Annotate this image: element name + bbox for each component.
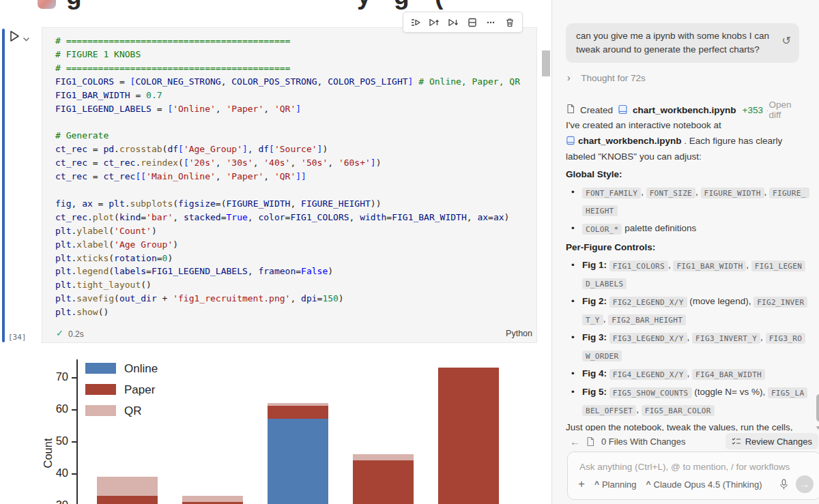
code-line: # ======================================… — [55, 34, 520, 48]
code-line: plt.legend(labels=FIG1_LEGEND_LABELS, fr… — [55, 265, 520, 278]
run-above-icon[interactable] — [427, 15, 442, 30]
y-tick-mark — [72, 377, 76, 379]
message-bullet: Fig 4: FIG4_LEGEND_X/Y, FIG4_BAR_WIDTH — [566, 365, 806, 383]
run-options-chevron-icon[interactable] — [23, 33, 31, 40]
run-below-icon[interactable] — [446, 15, 461, 30]
chat-input-placeholder: Ask anything (Ctrl+L), @ to mention, / f… — [579, 462, 790, 472]
mode-selector[interactable]: Planning — [602, 479, 637, 490]
more-actions-icon[interactable] — [483, 15, 498, 30]
message-text: , — [764, 187, 770, 197]
success-check-icon: ✓ — [56, 328, 63, 338]
heading-glyph-fragment: ( — [435, 0, 443, 10]
code-line: ct_rec = ct_rec[['Main_Online', 'Paper',… — [55, 170, 520, 183]
legend-label: QR — [124, 404, 142, 418]
add-context-button[interactable]: + — [578, 477, 585, 491]
heading-glyph-fragment: g — [394, 0, 410, 10]
y-axis-line — [76, 359, 78, 504]
y-tick-label: 30 — [45, 499, 68, 504]
y-tick-label: 50 — [45, 434, 68, 447]
y-tick-mark — [72, 441, 76, 443]
notebook-file-icon — [618, 104, 628, 115]
bar-segment-qr — [353, 454, 414, 460]
code-line: FIG1_LEGEND_LABELS = ['Online', 'Paper',… — [55, 102, 520, 116]
file-reference[interactable]: chart_workbench.ipynb — [566, 136, 682, 146]
message-bullet: Fig 2: FIG2_LEGEND_X/Y (move legend), FI… — [566, 293, 806, 328]
code-line: plt.xlabel('Age Group') — [55, 238, 520, 252]
code-line: ct_rec = ct_rec.reindex(['20s', '30s', '… — [55, 156, 520, 170]
run-by-line-icon[interactable] — [408, 15, 423, 30]
execution-count: [34] — [8, 333, 27, 342]
message-text: , — [636, 404, 642, 415]
run-cell-button[interactable] — [8, 29, 21, 43]
review-changes-button[interactable]: Review Changes — [725, 433, 818, 449]
files-changed-bar: ← 0 Files With Changes Review Changes — [560, 431, 819, 451]
chat-scrollbar[interactable] — [816, 394, 819, 421]
message-text: , — [760, 332, 766, 342]
chat-panel: can you give me a ipynb with some knobs … — [551, 0, 819, 504]
code-line: ct_rec = pd.crosstab(df['Age_Group'], df… — [55, 143, 520, 156]
bar-segment-paper — [438, 368, 499, 504]
legend-label: Online — [124, 362, 158, 376]
file-icon — [566, 104, 575, 116]
message-text: , — [687, 332, 693, 342]
created-file-name[interactable]: chart_workbench.ipynb — [633, 105, 736, 115]
files-changed-label: 0 Files With Changes — [601, 436, 686, 447]
message-section-heading: Per-Figure Controls: — [566, 239, 806, 255]
code-line: fig, ax = plt.subplots(figsize=(FIGURE_W… — [55, 197, 520, 211]
code-line — [55, 115, 520, 129]
code-chip: FIG2_BAR_HEIGHT — [608, 314, 686, 325]
markdown-heading-clipped: gyg( — [0, 0, 541, 10]
code-line: # Generate — [55, 129, 520, 143]
chevron-right-icon: › — [567, 72, 571, 83]
message-bullet: COLOR_* palette definitions — [566, 220, 806, 237]
message-text: , — [687, 368, 693, 379]
message-bullet: FONT_FAMILY, FONT_SIZE, FIGURE_WIDTH, FI… — [566, 183, 806, 219]
model-selector[interactable]: Claude Opus 4.5 (Thinking) — [654, 479, 762, 490]
bold-text: Fig 1: — [582, 260, 609, 270]
y-tick-label: 40 — [45, 466, 68, 479]
notebook-scrollbar[interactable] — [542, 50, 550, 76]
bar-segment-qr — [97, 477, 158, 496]
code-line — [55, 183, 520, 197]
mode-caret-icon: ^ — [594, 479, 599, 489]
code-line: plt.tight_layout() — [55, 278, 520, 292]
split-cell-icon[interactable] — [465, 15, 480, 30]
message-section-heading: Global Style: — [566, 166, 806, 182]
cell-focus-bar — [2, 29, 5, 342]
code-chip: FIG2_LEGEND_X/Y — [609, 297, 687, 308]
send-button[interactable]: → — [796, 475, 814, 493]
message-text: , — [746, 260, 751, 270]
message-bullet: Fig 1: FIG1_COLORS, FIG1_BAR_WIDTH, FIG1… — [566, 256, 806, 292]
code-chip: FONT_SIZE — [646, 188, 695, 198]
bold-text: Fig 3: — [582, 332, 609, 342]
message-text: (toggle N= vs %), — [692, 387, 768, 397]
y-tick-mark — [72, 473, 76, 475]
microphone-icon[interactable] — [779, 479, 789, 490]
cell-language-selector[interactable]: Python — [506, 329, 532, 338]
code-editor[interactable]: # ======================================… — [55, 34, 520, 319]
back-arrow-icon[interactable]: ← — [570, 436, 580, 447]
created-action-label: Created — [580, 105, 613, 115]
code-chip: FIG4_BAR_WIDTH — [692, 369, 765, 380]
code-chip: COLOR_* — [582, 224, 622, 235]
code-line: plt.show() — [55, 306, 520, 319]
y-tick-label: 70 — [45, 370, 68, 383]
bar-segment-qr — [182, 496, 243, 502]
chat-input[interactable]: Ask anything (Ctrl+L), @ to mention, / f… — [567, 451, 819, 500]
model-caret-icon: ^ — [646, 479, 651, 489]
restore-checkpoint-icon[interactable]: ↺ — [782, 34, 791, 48]
code-line: plt.savefig(out_dir + 'fig1_recruitment.… — [55, 292, 520, 306]
heading-glyph-fragment: y — [357, 0, 371, 10]
message-text: , — [641, 187, 646, 197]
legend-swatch — [85, 405, 116, 416]
heading-glyph-fragment: g — [66, 0, 82, 10]
scroll-down-icon[interactable]: ▾ — [816, 424, 819, 431]
code-cell[interactable]: # ======================================… — [42, 27, 537, 343]
bold-text: Fig 4: — [582, 368, 609, 379]
bar-segment-paper — [97, 496, 158, 504]
delete-cell-icon[interactable] — [502, 15, 517, 30]
thought-toggle[interactable]: › Thought for 72s — [567, 72, 646, 83]
legend-label: Paper — [124, 383, 155, 397]
diff-additions-badge: +353 — [743, 105, 763, 115]
code-line: plt.ylabel('Count') — [55, 224, 520, 238]
